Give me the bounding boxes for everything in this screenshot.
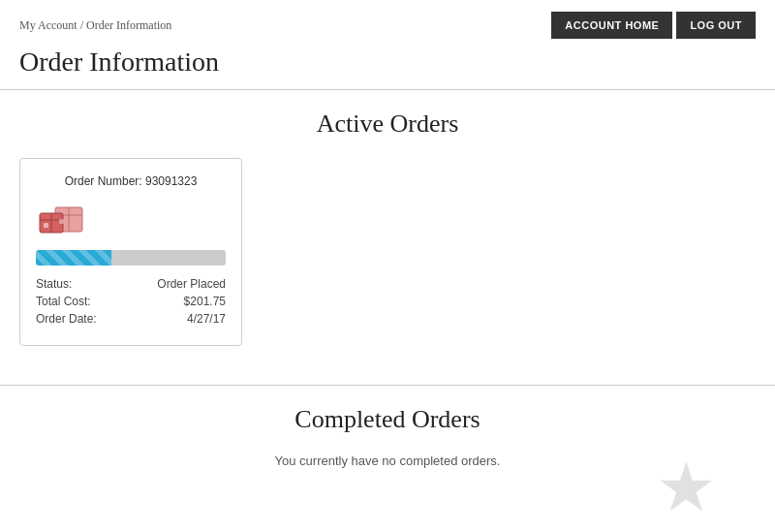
active-orders-title: Active Orders: [19, 110, 756, 139]
order-image-placeholder: [36, 200, 89, 238]
svg-rect-6: [44, 223, 48, 228]
active-orders-section: Active Orders Order Number: 93091323: [0, 90, 775, 365]
order-date-label: Order Date:: [36, 312, 97, 326]
account-home-button[interactable]: ACCOUNT HOME: [551, 12, 672, 39]
no-completed-orders-message: You currently have no completed orders.: [19, 454, 756, 468]
completed-section-inner: Completed Orders You currently have no c…: [0, 386, 775, 487]
svg-rect-7: [59, 219, 64, 224]
order-card[interactable]: Order Number: 93091323: [19, 158, 242, 346]
page-title: Order Information: [19, 47, 756, 78]
order-image-area: [36, 200, 226, 238]
status-row: Status: Order Placed: [36, 277, 226, 291]
total-cost-label: Total Cost:: [36, 295, 91, 308]
order-number: Order Number: 93091323: [36, 174, 226, 188]
status-value: Order Placed: [157, 277, 226, 291]
order-details: Status: Order Placed Total Cost: $201.75…: [36, 277, 226, 326]
log-out-button[interactable]: LOG OUT: [676, 12, 756, 39]
order-date-row: Order Date: 4/27/17: [36, 312, 226, 326]
top-bar: My Account / Order Information ACCOUNT H…: [0, 0, 775, 39]
progress-bar-fill: [36, 250, 111, 266]
breadcrumb-parent-link[interactable]: My Account: [19, 18, 78, 32]
order-date-value: 4/27/17: [187, 312, 226, 326]
breadcrumb-current: Order Information: [86, 18, 171, 32]
status-label: Status:: [36, 277, 72, 291]
progress-bar-container: [36, 250, 226, 266]
total-cost-value: $201.75: [184, 295, 226, 308]
completed-orders-title: Completed Orders: [19, 405, 756, 434]
breadcrumb: My Account / Order Information: [19, 18, 171, 33]
completed-orders-section: Completed Orders You currently have no c…: [0, 385, 775, 487]
page-title-row: Order Information: [0, 39, 775, 90]
breadcrumb-separator: /: [80, 18, 83, 32]
header-buttons: ACCOUNT HOME LOG OUT: [551, 12, 756, 39]
total-cost-row: Total Cost: $201.75: [36, 295, 226, 308]
